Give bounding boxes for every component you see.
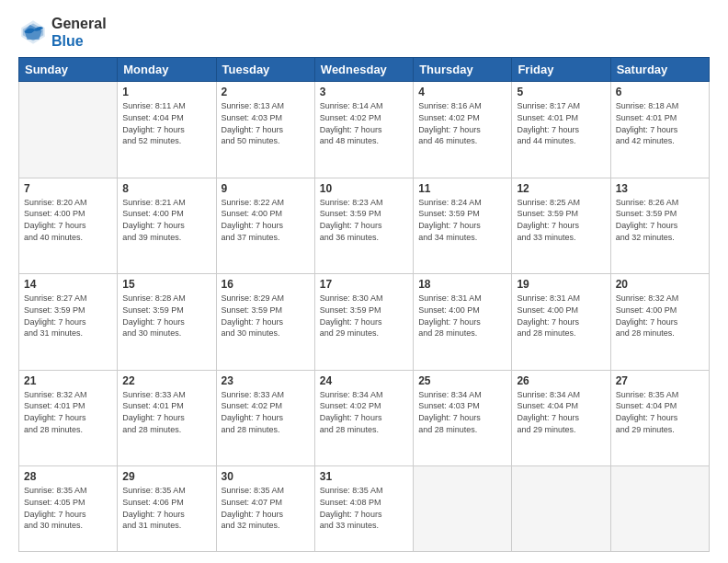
day-info: Sunrise: 8:34 AM Sunset: 4:03 PM Dayligh… — [418, 389, 506, 435]
calendar-cell: 5Sunrise: 8:17 AM Sunset: 4:01 PM Daylig… — [512, 82, 610, 178]
day-info: Sunrise: 8:35 AM Sunset: 4:07 PM Dayligh… — [222, 485, 310, 531]
day-number: 20 — [616, 278, 704, 291]
day-number: 10 — [320, 182, 408, 195]
logo: General Blue — [18, 15, 107, 50]
day-info: Sunrise: 8:35 AM Sunset: 4:05 PM Dayligh… — [24, 485, 112, 531]
day-info: Sunrise: 8:17 AM Sunset: 4:01 PM Dayligh… — [517, 100, 605, 146]
weekday-header-sunday: Sunday — [19, 58, 118, 82]
weekday-header-tuesday: Tuesday — [216, 58, 314, 82]
day-info: Sunrise: 8:22 AM Sunset: 4:00 PM Dayligh… — [222, 197, 310, 243]
calendar-cell: 30Sunrise: 8:35 AM Sunset: 4:07 PM Dayli… — [216, 466, 314, 552]
day-number: 2 — [222, 86, 310, 98]
day-info: Sunrise: 8:33 AM Sunset: 4:01 PM Dayligh… — [122, 389, 210, 435]
calendar-cell: 18Sunrise: 8:31 AM Sunset: 4:00 PM Dayli… — [414, 274, 512, 371]
day-number: 6 — [616, 86, 704, 98]
day-number: 17 — [320, 278, 408, 291]
calendar-cell: 19Sunrise: 8:31 AM Sunset: 4:00 PM Dayli… — [512, 274, 610, 371]
day-number: 23 — [222, 374, 310, 387]
weekday-header-saturday: Saturday — [610, 58, 709, 82]
calendar: SundayMondayTuesdayWednesdayThursdayFrid… — [18, 57, 710, 552]
day-info: Sunrise: 8:11 AM Sunset: 4:04 PM Dayligh… — [122, 100, 210, 146]
calendar-cell: 24Sunrise: 8:34 AM Sunset: 4:02 PM Dayli… — [314, 370, 413, 466]
day-number: 4 — [418, 86, 506, 98]
weekday-header-wednesday: Wednesday — [314, 58, 413, 82]
day-number: 24 — [320, 374, 408, 387]
calendar-cell: 26Sunrise: 8:34 AM Sunset: 4:04 PM Dayli… — [512, 370, 610, 466]
day-info: Sunrise: 8:33 AM Sunset: 4:02 PM Dayligh… — [222, 389, 310, 435]
calendar-cell: 31Sunrise: 8:35 AM Sunset: 4:08 PM Dayli… — [314, 466, 413, 552]
day-info: Sunrise: 8:34 AM Sunset: 4:02 PM Dayligh… — [320, 389, 408, 435]
calendar-cell: 13Sunrise: 8:26 AM Sunset: 3:59 PM Dayli… — [610, 178, 709, 274]
page: General Blue SundayMondayTuesdayWednesda… — [0, 0, 728, 563]
weekday-header-row: SundayMondayTuesdayWednesdayThursdayFrid… — [19, 58, 710, 82]
calendar-cell: 22Sunrise: 8:33 AM Sunset: 4:01 PM Dayli… — [118, 370, 216, 466]
calendar-cell: 15Sunrise: 8:28 AM Sunset: 3:59 PM Dayli… — [118, 274, 216, 371]
calendar-cell: 21Sunrise: 8:32 AM Sunset: 4:01 PM Dayli… — [19, 370, 118, 466]
logo-icon — [18, 17, 48, 47]
day-number: 18 — [418, 278, 506, 291]
calendar-body: 1Sunrise: 8:11 AM Sunset: 4:04 PM Daylig… — [19, 82, 710, 552]
calendar-cell: 23Sunrise: 8:33 AM Sunset: 4:02 PM Dayli… — [216, 370, 314, 466]
calendar-cell: 28Sunrise: 8:35 AM Sunset: 4:05 PM Dayli… — [19, 466, 118, 552]
day-info: Sunrise: 8:29 AM Sunset: 3:59 PM Dayligh… — [222, 293, 310, 339]
calendar-cell: 3Sunrise: 8:14 AM Sunset: 4:02 PM Daylig… — [314, 82, 413, 178]
day-number: 13 — [616, 182, 704, 195]
day-info: Sunrise: 8:27 AM Sunset: 3:59 PM Dayligh… — [24, 293, 112, 339]
logo-line2: Blue — [51, 32, 107, 50]
day-number: 8 — [122, 182, 210, 195]
day-info: Sunrise: 8:20 AM Sunset: 4:00 PM Dayligh… — [24, 197, 112, 243]
logo-line1: General — [51, 15, 107, 32]
calendar-cell — [414, 466, 512, 552]
calendar-cell — [19, 82, 118, 178]
day-info: Sunrise: 8:14 AM Sunset: 4:02 PM Dayligh… — [320, 100, 408, 146]
day-info: Sunrise: 8:23 AM Sunset: 3:59 PM Dayligh… — [320, 197, 408, 243]
day-number: 19 — [517, 278, 605, 291]
day-info: Sunrise: 8:35 AM Sunset: 4:06 PM Dayligh… — [122, 485, 210, 531]
day-info: Sunrise: 8:31 AM Sunset: 4:00 PM Dayligh… — [517, 293, 605, 339]
day-number: 11 — [418, 182, 506, 195]
calendar-cell: 16Sunrise: 8:29 AM Sunset: 3:59 PM Dayli… — [216, 274, 314, 371]
calendar-week-4: 21Sunrise: 8:32 AM Sunset: 4:01 PM Dayli… — [19, 370, 710, 466]
calendar-cell: 2Sunrise: 8:13 AM Sunset: 4:03 PM Daylig… — [216, 82, 314, 178]
calendar-cell: 6Sunrise: 8:18 AM Sunset: 4:01 PM Daylig… — [610, 82, 709, 178]
logo-text: General Blue — [51, 15, 107, 50]
day-number: 16 — [222, 278, 310, 291]
day-info: Sunrise: 8:32 AM Sunset: 4:00 PM Dayligh… — [616, 293, 704, 339]
calendar-cell: 25Sunrise: 8:34 AM Sunset: 4:03 PM Dayli… — [414, 370, 512, 466]
day-number: 27 — [616, 374, 704, 387]
day-number: 3 — [320, 86, 408, 98]
calendar-week-5: 28Sunrise: 8:35 AM Sunset: 4:05 PM Dayli… — [19, 466, 710, 552]
day-number: 28 — [24, 470, 112, 483]
day-info: Sunrise: 8:32 AM Sunset: 4:01 PM Dayligh… — [24, 389, 112, 435]
day-info: Sunrise: 8:18 AM Sunset: 4:01 PM Dayligh… — [616, 100, 704, 146]
calendar-cell: 10Sunrise: 8:23 AM Sunset: 3:59 PM Dayli… — [314, 178, 413, 274]
calendar-cell: 1Sunrise: 8:11 AM Sunset: 4:04 PM Daylig… — [118, 82, 216, 178]
day-info: Sunrise: 8:30 AM Sunset: 3:59 PM Dayligh… — [320, 293, 408, 339]
day-number: 15 — [122, 278, 210, 291]
calendar-cell: 29Sunrise: 8:35 AM Sunset: 4:06 PM Dayli… — [118, 466, 216, 552]
calendar-cell: 8Sunrise: 8:21 AM Sunset: 4:00 PM Daylig… — [118, 178, 216, 274]
day-info: Sunrise: 8:35 AM Sunset: 4:08 PM Dayligh… — [320, 485, 408, 531]
day-number: 1 — [122, 86, 210, 98]
day-number: 31 — [320, 470, 408, 483]
day-info: Sunrise: 8:16 AM Sunset: 4:02 PM Dayligh… — [418, 100, 506, 146]
calendar-cell: 20Sunrise: 8:32 AM Sunset: 4:00 PM Dayli… — [610, 274, 709, 371]
day-info: Sunrise: 8:31 AM Sunset: 4:00 PM Dayligh… — [418, 293, 506, 339]
header: General Blue — [18, 15, 710, 50]
day-number: 7 — [24, 182, 112, 195]
calendar-cell: 14Sunrise: 8:27 AM Sunset: 3:59 PM Dayli… — [19, 274, 118, 371]
day-number: 22 — [122, 374, 210, 387]
calendar-cell: 17Sunrise: 8:30 AM Sunset: 3:59 PM Dayli… — [314, 274, 413, 371]
weekday-header-friday: Friday — [512, 58, 610, 82]
calendar-cell — [610, 466, 709, 552]
day-number: 5 — [517, 86, 605, 98]
calendar-header: SundayMondayTuesdayWednesdayThursdayFrid… — [19, 58, 710, 82]
calendar-cell: 12Sunrise: 8:25 AM Sunset: 3:59 PM Dayli… — [512, 178, 610, 274]
day-info: Sunrise: 8:26 AM Sunset: 3:59 PM Dayligh… — [616, 197, 704, 243]
calendar-cell: 7Sunrise: 8:20 AM Sunset: 4:00 PM Daylig… — [19, 178, 118, 274]
calendar-cell: 11Sunrise: 8:24 AM Sunset: 3:59 PM Dayli… — [414, 178, 512, 274]
calendar-week-1: 1Sunrise: 8:11 AM Sunset: 4:04 PM Daylig… — [19, 82, 710, 178]
day-info: Sunrise: 8:25 AM Sunset: 3:59 PM Dayligh… — [517, 197, 605, 243]
calendar-cell: 4Sunrise: 8:16 AM Sunset: 4:02 PM Daylig… — [414, 82, 512, 178]
day-info: Sunrise: 8:34 AM Sunset: 4:04 PM Dayligh… — [517, 389, 605, 435]
